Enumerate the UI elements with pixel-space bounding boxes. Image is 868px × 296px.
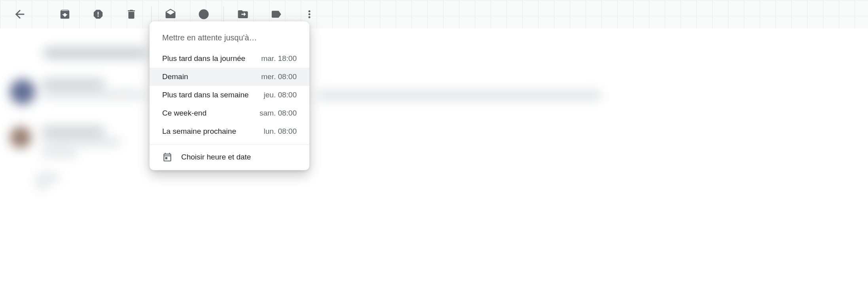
- snooze-option-time: mer. 08:00: [261, 72, 297, 81]
- snooze-option-tomorrow[interactable]: Demain mer. 08:00: [150, 68, 309, 86]
- snooze-option-time: lun. 08:00: [264, 127, 297, 136]
- snooze-menu-title: Mettre en attente jusqu'à…: [150, 30, 309, 49]
- report-spam-button[interactable]: [87, 3, 109, 25]
- snooze-pick-date-time[interactable]: Choisir heure et date: [150, 147, 309, 166]
- snooze-option-label: La semaine prochaine: [162, 127, 236, 136]
- snooze-option-next-week[interactable]: La semaine prochaine lun. 08:00: [150, 122, 309, 140]
- archive-button[interactable]: [54, 3, 76, 25]
- snooze-menu: Mettre en attente jusqu'à… Plus tard dan…: [150, 21, 309, 170]
- snooze-option-this-weekend[interactable]: Ce week-end sam. 08:00: [150, 104, 309, 122]
- toolbar-separator: [224, 6, 224, 22]
- content-background: [0, 28, 868, 296]
- toolbar-separator: [151, 6, 152, 22]
- snooze-option-later-today[interactable]: Plus tard dans la journée mar. 18:00: [150, 49, 309, 68]
- snooze-option-label: Plus tard dans la journée: [162, 54, 245, 63]
- back-button[interactable]: [9, 3, 31, 25]
- snooze-option-label: Ce week-end: [162, 109, 207, 118]
- calendar-icon: [162, 152, 172, 162]
- delete-icon: [125, 8, 137, 20]
- snooze-option-time: jeu. 08:00: [264, 91, 297, 99]
- delete-button[interactable]: [120, 3, 142, 25]
- snooze-option-label: Plus tard dans la semaine: [162, 91, 249, 99]
- archive-icon: [59, 8, 71, 20]
- move-to-icon: [237, 8, 249, 20]
- snooze-option-time: sam. 08:00: [260, 109, 297, 118]
- snooze-pick-label: Choisir heure et date: [181, 153, 251, 161]
- snooze-option-label: Demain: [162, 72, 188, 81]
- label-icon: [270, 8, 282, 20]
- mark-unread-icon: [165, 8, 176, 20]
- more-vert-icon: [303, 8, 315, 20]
- snooze-icon: [198, 8, 210, 20]
- menu-separator: [150, 144, 309, 145]
- snooze-option-later-this-week[interactable]: Plus tard dans la semaine jeu. 08:00: [150, 86, 309, 104]
- report-spam-icon: [92, 8, 104, 20]
- arrow-back-icon: [13, 8, 27, 21]
- snooze-option-time: mar. 18:00: [261, 54, 297, 63]
